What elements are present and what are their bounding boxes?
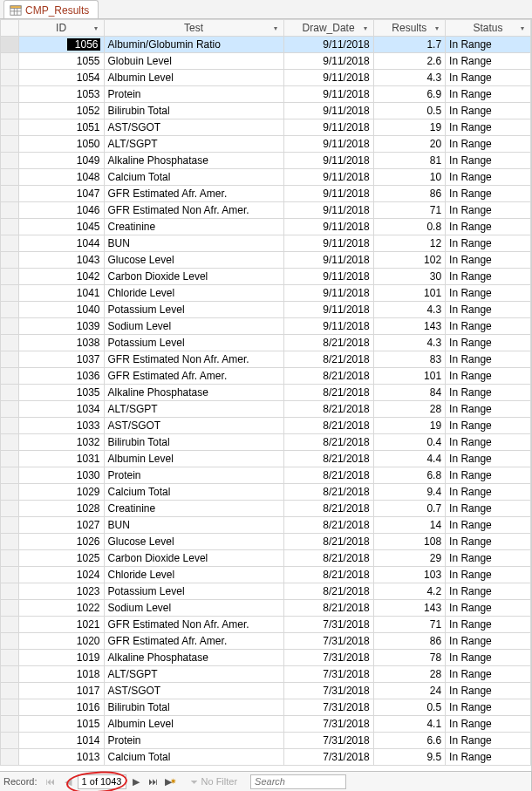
cell-status[interactable]: In Range (446, 219, 531, 235)
cell-status[interactable]: In Range (446, 583, 531, 600)
cell-date[interactable]: 8/21/2018 (283, 583, 373, 600)
cell-date[interactable]: 9/11/2018 (283, 285, 373, 302)
row-selector[interactable] (1, 269, 19, 285)
row-selector[interactable] (1, 219, 19, 235)
cell-test[interactable]: Bilirubin Total (104, 699, 283, 716)
cell-id[interactable]: 1045 (18, 219, 104, 235)
cell-date[interactable]: 9/11/2018 (283, 103, 373, 119)
row-selector[interactable] (1, 285, 19, 302)
cell-status[interactable]: In Range (446, 119, 531, 136)
row-selector[interactable] (1, 666, 19, 683)
cell-date[interactable]: 9/11/2018 (283, 53, 373, 70)
cell-test[interactable]: Albumin/Globumin Ratio (104, 37, 283, 53)
cell-test[interactable]: BUN (104, 517, 283, 534)
table-row[interactable]: 1016Bilirubin Total7/31/20180.5In Range (1, 699, 531, 716)
cell-status[interactable]: In Range (446, 385, 531, 401)
cell-status[interactable]: In Range (446, 252, 531, 269)
table-row[interactable]: 1047GFR Estimated Afr. Amer.9/11/201886I… (1, 186, 531, 202)
cell-id[interactable]: 1038 (18, 335, 104, 351)
cell-status[interactable]: In Range (446, 534, 531, 550)
next-record-button[interactable]: ▶ (128, 774, 144, 789)
table-row[interactable]: 1043Glucose Level9/11/2018102In Range (1, 252, 531, 269)
cell-test[interactable]: ALT/SGPT (104, 401, 283, 418)
object-tab[interactable]: CMP_Results (3, 0, 99, 18)
cell-status[interactable]: In Range (446, 550, 531, 567)
cell-id[interactable]: 1043 (18, 252, 104, 269)
row-selector[interactable] (1, 385, 19, 401)
table-row[interactable]: 1045Creatinine9/11/20180.8In Range (1, 219, 531, 235)
cell-id[interactable]: 1026 (18, 534, 104, 550)
table-row[interactable]: 1014Protein7/31/20186.6In Range (1, 733, 531, 749)
table-row[interactable]: 1044BUN9/11/201812In Range (1, 235, 531, 252)
row-selector[interactable] (1, 169, 19, 186)
cell-result[interactable]: 6.9 (373, 86, 445, 103)
table-row[interactable]: 1049Alkaline Phosphatase9/11/201881In Ra… (1, 153, 531, 169)
cell-date[interactable]: 7/31/2018 (283, 683, 373, 699)
cell-status[interactable]: In Range (446, 335, 531, 351)
cell-id[interactable]: 1017 (18, 683, 104, 699)
cell-id[interactable]: 1018 (18, 666, 104, 683)
cell-result[interactable]: 78 (373, 650, 445, 666)
cell-id[interactable]: 1056 (18, 37, 104, 53)
cell-date[interactable]: 9/11/2018 (283, 70, 373, 86)
cell-date[interactable]: 8/21/2018 (283, 467, 373, 484)
cell-date[interactable]: 9/11/2018 (283, 202, 373, 219)
cell-date[interactable]: 7/31/2018 (283, 733, 373, 749)
cell-result[interactable]: 102 (373, 252, 445, 269)
cell-status[interactable]: In Range (446, 235, 531, 252)
cell-result[interactable]: 83 (373, 351, 445, 368)
cell-test[interactable]: GFR Estimated Non Afr. Amer. (104, 617, 283, 633)
cell-id[interactable]: 1036 (18, 368, 104, 385)
row-selector[interactable] (1, 451, 19, 467)
cell-result[interactable]: 24 (373, 683, 445, 699)
cell-result[interactable]: 86 (373, 186, 445, 202)
row-selector[interactable] (1, 484, 19, 501)
table-row[interactable]: 1024Chloride Level8/21/2018103In Range (1, 567, 531, 583)
cell-result[interactable]: 71 (373, 617, 445, 633)
row-selector[interactable] (1, 633, 19, 650)
prev-record-button[interactable]: ◀ (60, 774, 76, 789)
cell-date[interactable]: 7/31/2018 (283, 666, 373, 683)
table-row[interactable]: 1052Bilirubin Total9/11/20180.5In Range (1, 103, 531, 119)
cell-test[interactable]: Potassium Level (104, 335, 283, 351)
cell-id[interactable]: 1032 (18, 434, 104, 451)
table-row[interactable]: 1026Glucose Level8/21/2018108In Range (1, 534, 531, 550)
table-row[interactable]: 1021GFR Estimated Non Afr. Amer.7/31/201… (1, 617, 531, 633)
table-row[interactable]: 1055Globuin Level9/11/20182.6In Range (1, 53, 531, 70)
cell-test[interactable]: GFR Estimated Afr. Amer. (104, 368, 283, 385)
cell-id[interactable]: 1025 (18, 550, 104, 567)
cell-test[interactable]: Creatinine (104, 219, 283, 235)
search-input[interactable] (250, 774, 346, 789)
row-selector[interactable] (1, 186, 19, 202)
cell-date[interactable]: 8/21/2018 (283, 351, 373, 368)
cell-result[interactable]: 29 (373, 550, 445, 567)
cell-date[interactable]: 7/31/2018 (283, 650, 373, 666)
cell-date[interactable]: 8/21/2018 (283, 368, 373, 385)
table-row[interactable]: 1041Chloride Level9/11/2018101In Range (1, 285, 531, 302)
cell-date[interactable]: 9/11/2018 (283, 252, 373, 269)
table-row[interactable]: 1042Carbon Dioxide Level9/11/201830In Ra… (1, 269, 531, 285)
cell-id[interactable]: 1054 (18, 70, 104, 86)
row-selector[interactable] (1, 37, 19, 53)
row-selector[interactable] (1, 550, 19, 567)
cell-status[interactable]: In Range (446, 567, 531, 583)
cell-id[interactable]: 1041 (18, 285, 104, 302)
cell-date[interactable]: 9/11/2018 (283, 318, 373, 335)
table-row[interactable]: 1050ALT/SGPT9/11/201820In Range (1, 136, 531, 153)
cell-id[interactable]: 1049 (18, 153, 104, 169)
cell-id[interactable]: 1048 (18, 169, 104, 186)
cell-id[interactable]: 1027 (18, 517, 104, 534)
cell-status[interactable]: In Range (446, 633, 531, 650)
cell-id[interactable]: 1029 (18, 484, 104, 501)
cell-test[interactable]: GFR Estimated Non Afr. Amer. (104, 202, 283, 219)
cell-date[interactable]: 8/21/2018 (283, 484, 373, 501)
cell-date[interactable]: 9/11/2018 (283, 153, 373, 169)
cell-status[interactable]: In Range (446, 153, 531, 169)
cell-result[interactable]: 101 (373, 368, 445, 385)
cell-result[interactable]: 71 (373, 202, 445, 219)
cell-id[interactable]: 1040 (18, 302, 104, 318)
cell-result[interactable]: 0.8 (373, 219, 445, 235)
cell-id[interactable]: 1037 (18, 351, 104, 368)
cell-id[interactable]: 1034 (18, 401, 104, 418)
select-all-header[interactable] (1, 20, 19, 37)
